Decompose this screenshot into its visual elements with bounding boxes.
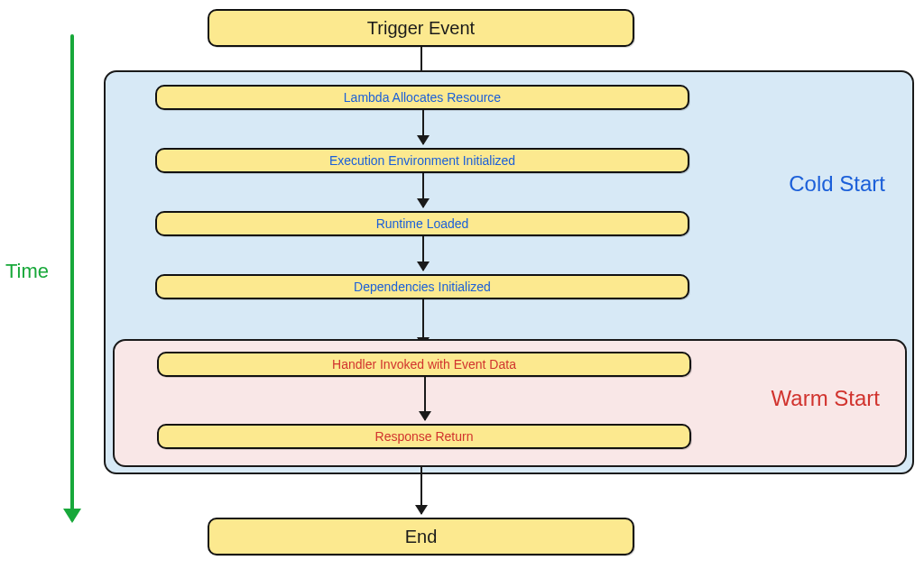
step-label: Response Return bbox=[375, 429, 474, 444]
step-label: Runtime Loaded bbox=[376, 216, 469, 231]
step-response-return: Response Return bbox=[157, 424, 691, 449]
step-deps-initialized: Dependencies Initialized bbox=[155, 274, 689, 299]
step-handler-invoked: Handler Invoked with Event Data bbox=[157, 352, 691, 377]
end-label: End bbox=[405, 527, 438, 547]
diagram-canvas: Time Trigger Event Cold Start Lambda All… bbox=[0, 0, 924, 578]
step-label: Execution Environment Initialized bbox=[329, 153, 515, 168]
arrow-down-icon bbox=[424, 377, 426, 420]
time-axis-label: Time bbox=[5, 260, 49, 283]
time-axis-arrow-icon bbox=[70, 34, 74, 521]
warm-start-label: Warm Start bbox=[772, 386, 880, 411]
step-lambda-allocates: Lambda Allocates Resource bbox=[155, 85, 689, 110]
end-box: End bbox=[208, 518, 634, 555]
cold-start-label: Cold Start bbox=[789, 171, 885, 197]
arrow-down-icon bbox=[422, 236, 424, 271]
step-label: Dependencies Initialized bbox=[354, 280, 491, 294]
step-runtime-loaded: Runtime Loaded bbox=[155, 211, 689, 236]
step-label: Handler Invoked with Event Data bbox=[332, 357, 516, 372]
trigger-event-box: Trigger Event bbox=[208, 9, 634, 47]
arrow-down-icon bbox=[422, 173, 424, 207]
arrow-down-icon bbox=[422, 110, 424, 144]
warm-start-container: Warm Start Handler Invoked with Event Da… bbox=[113, 339, 907, 467]
arrow-down-icon bbox=[420, 467, 422, 514]
step-env-initialized: Execution Environment Initialized bbox=[155, 148, 689, 173]
cold-start-container: Cold Start Lambda Allocates Resource Exe… bbox=[104, 70, 914, 474]
trigger-event-label: Trigger Event bbox=[367, 18, 475, 39]
step-label: Lambda Allocates Resource bbox=[344, 90, 501, 105]
